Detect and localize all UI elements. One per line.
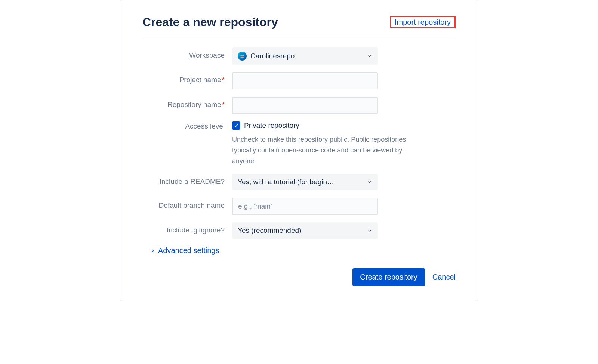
import-repository-link[interactable]: Import repository [390, 16, 456, 28]
svg-rect-1 [241, 56, 244, 57]
chevron-down-icon [367, 53, 372, 59]
repository-name-row: Repository name* [142, 97, 456, 114]
readme-row: Include a README? Yes, with a tutorial (… [142, 174, 456, 190]
chevron-down-icon [367, 228, 372, 233]
required-indicator: * [222, 76, 225, 84]
panel-header: Create a new repository Import repositor… [142, 15, 456, 38]
button-row: Create repository Cancel [142, 268, 456, 286]
access-level-label: Access level [142, 121, 232, 130]
check-icon [234, 123, 239, 128]
advanced-settings-label: Advanced settings [158, 246, 219, 255]
default-branch-label: Default branch name [142, 198, 232, 210]
access-level-help-text: Uncheck to make this repository public. … [232, 134, 426, 166]
readme-label: Include a README? [142, 174, 232, 186]
gitignore-row: Include .gitignore? Yes (recommended) [142, 222, 456, 239]
workspace-value: Carolinesrepo [250, 52, 295, 60]
workspace-select[interactable]: Carolinesrepo [232, 47, 378, 65]
repository-name-input[interactable] [232, 97, 378, 114]
workspace-avatar-icon [238, 52, 247, 61]
workspace-row: Workspace Carolinesrepo [142, 47, 456, 65]
cancel-button[interactable]: Cancel [432, 273, 456, 281]
create-repository-panel: Create a new repository Import repositor… [120, 0, 478, 301]
default-branch-input[interactable] [232, 198, 378, 215]
gitignore-label: Include .gitignore? [142, 222, 232, 234]
project-name-input[interactable] [232, 72, 378, 89]
page-title: Create a new repository [142, 15, 278, 29]
svg-rect-2 [241, 57, 244, 58]
svg-rect-0 [241, 55, 244, 56]
access-level-row: Access level Private repository Uncheck … [142, 121, 456, 166]
private-repository-label: Private repository [244, 121, 299, 130]
repository-name-label: Repository name* [142, 97, 232, 109]
private-repository-checkbox[interactable] [232, 121, 240, 130]
default-branch-row: Default branch name [142, 198, 456, 215]
chevron-down-icon [367, 179, 372, 185]
gitignore-value: Yes (recommended) [238, 226, 301, 235]
workspace-label: Workspace [142, 47, 232, 59]
required-indicator: * [222, 101, 225, 108]
create-repository-button[interactable]: Create repository [352, 268, 425, 286]
gitignore-select[interactable]: Yes (recommended) [232, 222, 378, 239]
project-name-row: Project name* [142, 72, 456, 89]
readme-value: Yes, with a tutorial (for begin… [238, 178, 334, 186]
readme-select[interactable]: Yes, with a tutorial (for begin… [232, 174, 378, 190]
chevron-right-icon [151, 249, 155, 253]
project-name-label: Project name* [142, 72, 232, 84]
advanced-settings-toggle[interactable]: Advanced settings [151, 246, 456, 255]
